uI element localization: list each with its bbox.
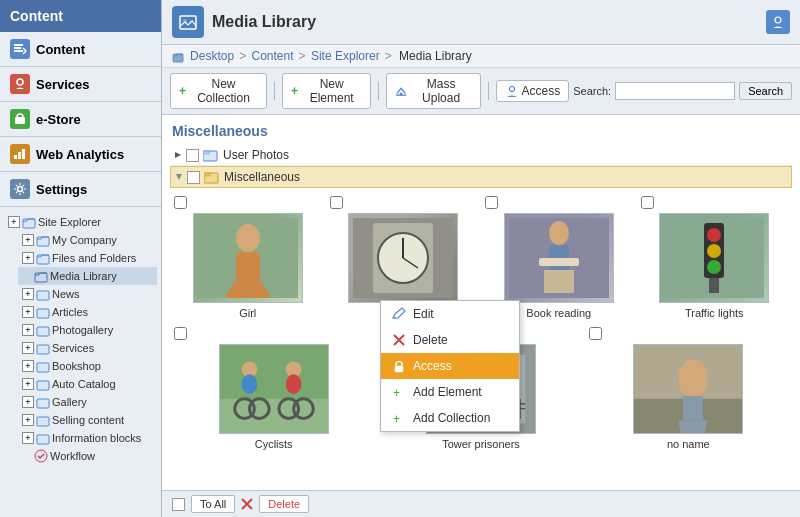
tree-item-info-blocks[interactable]: + Information blocks bbox=[18, 429, 157, 447]
tree-item-photogallery[interactable]: + Photogallery bbox=[18, 321, 157, 339]
menu-item-add-element[interactable]: + Add Element bbox=[381, 379, 519, 405]
row-checkbox[interactable] bbox=[187, 171, 200, 184]
media-thumb-noname[interactable] bbox=[633, 344, 743, 434]
footer-checkbox[interactable] bbox=[172, 498, 185, 511]
tree-label: Files and Folders bbox=[52, 252, 136, 264]
tree-item-bookshop[interactable]: + Bookshop bbox=[18, 357, 157, 375]
svg-rect-9 bbox=[23, 219, 35, 228]
row-label-misc: Miscellaneous bbox=[224, 170, 300, 184]
svg-point-48 bbox=[549, 221, 569, 245]
tree-toggle[interactable]: + bbox=[22, 234, 34, 246]
tree-item-media-library[interactable]: Media Library bbox=[18, 267, 157, 285]
nav-item-settings[interactable]: Settings bbox=[0, 172, 161, 207]
media-checkbox-noname[interactable] bbox=[589, 327, 602, 340]
mass-upload-button[interactable]: Mass Upload bbox=[386, 73, 480, 109]
media-checkbox-clock[interactable] bbox=[330, 196, 343, 209]
media-item-traffic: Traffic lights bbox=[641, 196, 789, 319]
tree-toggle[interactable]: + bbox=[22, 252, 34, 264]
tree-item-articles[interactable]: + Articles bbox=[18, 303, 157, 321]
services-nav-label: Services bbox=[36, 77, 90, 92]
svg-rect-28 bbox=[396, 95, 406, 96]
search-input[interactable] bbox=[615, 82, 735, 100]
nav-item-services[interactable]: Services bbox=[0, 67, 161, 102]
breadcrumb: Desktop > Content > Site Explorer > Medi… bbox=[162, 45, 800, 68]
tree-item-services[interactable]: + Services bbox=[18, 339, 157, 357]
menu-item-add-collection[interactable]: + Add Collection bbox=[381, 405, 519, 431]
tree-row-user-photos[interactable]: User Photos bbox=[170, 145, 792, 166]
svg-point-3 bbox=[17, 79, 23, 85]
row-label: User Photos bbox=[223, 148, 289, 162]
tree-toggle[interactable]: + bbox=[22, 414, 34, 426]
breadcrumb-content[interactable]: Content bbox=[252, 49, 294, 63]
tree-toggle[interactable]: + bbox=[22, 396, 34, 408]
lock-icon bbox=[391, 358, 407, 374]
nav-item-estore[interactable]: e-Store bbox=[0, 102, 161, 137]
media-thumb-clock[interactable] bbox=[348, 213, 458, 303]
access-label: Access bbox=[522, 84, 561, 98]
svg-rect-14 bbox=[37, 309, 49, 318]
tree-row-miscellaneous[interactable]: Miscellaneous bbox=[170, 166, 792, 188]
page-header: Media Library bbox=[162, 0, 800, 45]
tree-item-auto-catalog[interactable]: + Auto Catalog bbox=[18, 375, 157, 393]
tree-item-selling[interactable]: + Selling content bbox=[18, 411, 157, 429]
tree-toggle[interactable]: + bbox=[22, 378, 34, 390]
tree-item-site-explorer[interactable]: + Site Explorer bbox=[4, 213, 157, 231]
analytics-nav-label: Web Analytics bbox=[36, 147, 124, 162]
tree-toggle[interactable]: + bbox=[22, 324, 34, 336]
media-thumb-girl[interactable] bbox=[193, 213, 303, 303]
svg-rect-19 bbox=[37, 399, 49, 408]
new-element-label: New Element bbox=[301, 77, 362, 105]
search-button[interactable]: Search bbox=[739, 82, 792, 100]
tree-toggle[interactable]: + bbox=[22, 360, 34, 372]
tree-item-gallery[interactable]: + Gallery bbox=[18, 393, 157, 411]
media-thumb-traffic[interactable] bbox=[659, 213, 769, 303]
menu-item-edit[interactable]: Edit bbox=[381, 301, 519, 327]
user-icon bbox=[766, 10, 790, 34]
svg-rect-32 bbox=[203, 151, 209, 154]
media-thumb-cyclists[interactable] bbox=[219, 344, 329, 434]
svg-rect-56 bbox=[709, 278, 719, 293]
media-checkbox-traffic[interactable] bbox=[641, 196, 654, 209]
media-checkbox-book[interactable] bbox=[485, 196, 498, 209]
estore-nav-label: e-Store bbox=[36, 112, 81, 127]
new-collection-button[interactable]: + New Collection bbox=[170, 73, 267, 109]
media-label-book: Book reading bbox=[526, 307, 591, 319]
tree-item-workflow[interactable]: Workflow bbox=[18, 447, 157, 465]
tree-toggle[interactable]: + bbox=[22, 342, 34, 354]
tree-label: Media Library bbox=[50, 270, 117, 282]
tree-toggle[interactable]: + bbox=[22, 288, 34, 300]
tree-toggle[interactable]: + bbox=[22, 306, 34, 318]
media-checkbox-cyclists[interactable] bbox=[174, 327, 187, 340]
tree-label: Gallery bbox=[52, 396, 87, 408]
tree-toggle[interactable]: + bbox=[8, 216, 20, 228]
tree-toggle[interactable]: + bbox=[22, 432, 34, 444]
svg-rect-50 bbox=[539, 258, 579, 266]
nav-item-content[interactable]: Content bbox=[0, 32, 161, 67]
breadcrumb-current: Media Library bbox=[399, 49, 472, 63]
media-thumb-book[interactable] bbox=[504, 213, 614, 303]
main-area: Media Library Desktop > Content > Site E… bbox=[162, 0, 800, 517]
settings-nav-icon bbox=[10, 179, 30, 199]
row-checkbox[interactable] bbox=[186, 149, 199, 162]
media-checkbox-girl[interactable] bbox=[174, 196, 187, 209]
breadcrumb-desktop[interactable]: Desktop bbox=[190, 49, 234, 63]
user-button[interactable] bbox=[766, 10, 790, 34]
svg-rect-17 bbox=[37, 363, 49, 372]
tree-item-files[interactable]: + Files and Folders bbox=[18, 249, 157, 267]
tree-label: Services bbox=[52, 342, 94, 354]
nav-item-analytics[interactable]: Web Analytics bbox=[0, 137, 161, 172]
settings-nav-label: Settings bbox=[36, 182, 87, 197]
svg-rect-35 bbox=[204, 173, 210, 176]
menu-item-delete[interactable]: Delete bbox=[381, 327, 519, 353]
breadcrumb-site-explorer[interactable]: Site Explorer bbox=[311, 49, 380, 63]
tree-item-my-company[interactable]: + My Company bbox=[18, 231, 157, 249]
tree-item-news[interactable]: + News bbox=[18, 285, 157, 303]
svg-point-55 bbox=[707, 260, 721, 274]
delete-button[interactable]: Delete bbox=[259, 495, 309, 513]
svg-rect-7 bbox=[22, 149, 25, 159]
svg-point-82 bbox=[678, 360, 707, 399]
to-all-button[interactable]: To All bbox=[191, 495, 235, 513]
new-element-button[interactable]: + New Element bbox=[282, 73, 371, 109]
menu-item-access[interactable]: Access bbox=[381, 353, 519, 379]
access-button[interactable]: Access bbox=[496, 80, 570, 102]
